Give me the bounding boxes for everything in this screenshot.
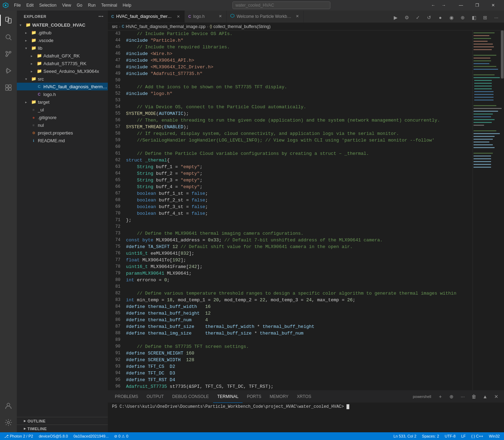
tree-seeed-folder[interactable]: ▸ 📁 Seeed_Arduino_MLX9064x xyxy=(17,67,108,75)
panel-split-icon[interactable]: ⊕ xyxy=(447,392,456,401)
activity-explorer[interactable] xyxy=(0,12,17,29)
panel-tab-problems[interactable]: PROBLEMS xyxy=(111,391,142,403)
panel-add-icon[interactable]: + xyxy=(435,392,445,401)
statusbar-ln-col[interactable]: Ln 533, Col 2 xyxy=(392,432,418,440)
more-icon[interactable]: ··· xyxy=(491,13,501,22)
panel-more-icon[interactable]: ··· xyxy=(458,392,468,401)
statusbar-device-id[interactable]: 0a10aced2021949... xyxy=(72,432,110,440)
panel-tab-memory[interactable]: MEMORY xyxy=(266,391,293,403)
line-content: // If required, display system, cloud co… xyxy=(126,130,472,137)
statusbar-platform[interactable]: Win32 xyxy=(488,432,501,440)
tree-lib-folder[interactable]: ▾ 📁 lib xyxy=(17,44,108,52)
breadcrumb-file[interactable]: HVAC_fault_diagnosis_thermal_image.cpp xyxy=(126,24,205,29)
refresh-icon[interactable]: ↺ xyxy=(424,13,434,22)
statusbar-branch[interactable]: ⎇ Photon 2 / P2 xyxy=(3,432,35,440)
breadcrumb-src[interactable]: src xyxy=(112,24,118,29)
close-button[interactable]: ✕ xyxy=(485,0,501,11)
statusbar-eol[interactable]: LF xyxy=(460,432,467,440)
flash-icon[interactable]: ● xyxy=(435,13,445,22)
minimize-button[interactable]: — xyxy=(453,0,469,11)
code-line-70: 70 boolean buff_4_st = false; xyxy=(108,210,472,217)
code-container: 43 // Include Particle Device OS APIs. 4… xyxy=(108,30,472,390)
panel-close-icon[interactable]: ✕ xyxy=(491,392,501,401)
outline-section: ▸ OUTLINE xyxy=(17,417,108,425)
editor-main[interactable]: 43 // Include Particle Device OS APIs. 4… xyxy=(108,30,472,390)
svg-rect-16 xyxy=(9,88,11,90)
folder-icon: 📁 xyxy=(36,68,42,74)
forward-button[interactable]: → xyxy=(439,0,449,11)
back-button[interactable]: ← xyxy=(428,0,438,11)
split-icon[interactable]: ⊞ xyxy=(480,13,490,22)
add-icon[interactable]: ⊕ xyxy=(458,13,468,22)
timeline-header[interactable]: ▸ TIMELINE xyxy=(17,425,108,432)
menu-help[interactable]: Help xyxy=(120,2,134,8)
tree-github-folder[interactable]: ▸ 📁 .github xyxy=(17,29,108,36)
tree-hvac-file[interactable]: C HVAC_fault_diagnosis_thermal_image.cpp xyxy=(17,83,108,90)
tab-hvac-close-icon[interactable]: ✕ xyxy=(175,14,181,19)
maximize-button[interactable]: ❐ xyxy=(469,0,485,11)
menu-run[interactable]: Run xyxy=(85,2,98,8)
settings-icon[interactable]: ⚙ xyxy=(402,13,412,22)
panel-kill-icon[interactable]: 🗑 xyxy=(469,392,479,401)
tree-adafruit-gfx-folder[interactable]: ▸ 📁 Adafruit_GFX_RK xyxy=(17,52,108,60)
menu-view[interactable]: View xyxy=(59,2,74,8)
code-line-51: 51 // Add the icons to be shown on the S… xyxy=(108,84,472,90)
statusbar-spaces[interactable]: Spaces: 2 xyxy=(421,432,441,440)
panel-tab-output[interactable]: OUTPUT xyxy=(142,391,168,403)
activity-search[interactable] xyxy=(0,29,17,46)
line-content: SYSTEM_MODE(AUTOMATIC); xyxy=(126,110,472,117)
sidebar-more-icon[interactable]: ··· xyxy=(98,13,104,20)
panel-tab-xrtos[interactable]: XRTOS xyxy=(293,391,315,403)
debug-icon[interactable]: ◉ xyxy=(447,13,456,22)
sidebar-header: EXPLORER ··· xyxy=(17,11,108,21)
tree-project-props-file[interactable]: ⚙ project.properties xyxy=(17,129,108,137)
tab-logo-close-icon[interactable]: ✕ xyxy=(217,14,223,19)
menu-terminal[interactable]: Terminal xyxy=(98,2,120,8)
line-number: 45 xyxy=(108,44,126,50)
tab-welcome-close-icon[interactable]: ✕ xyxy=(294,14,300,19)
breadcrumb-func[interactable]: collect_thermal_buffers(String) xyxy=(214,24,271,29)
tree-gitignore-file[interactable]: ⎈ .gitignore xyxy=(17,114,108,121)
line-content: #include <MLX9064X_I2C_Driver.h> xyxy=(126,64,472,70)
panel-tab-debug[interactable]: DEBUG CONSOLE xyxy=(168,391,213,403)
tree-src-folder[interactable]: ▾ 📁 src xyxy=(17,75,108,83)
activity-source-control[interactable] xyxy=(0,46,17,62)
tab-welcome[interactable]: Welcome to Particle Workbench ✕ xyxy=(227,11,304,22)
line-number: 90 xyxy=(108,343,126,350)
tree-target-folder[interactable]: ▸ 📁 target xyxy=(17,98,108,106)
activity-settings[interactable] xyxy=(0,414,17,431)
tree-logo-file[interactable]: C logo.h xyxy=(17,90,108,98)
tree-nul-file[interactable]: ≡ nul xyxy=(17,121,108,129)
minimap xyxy=(472,30,504,390)
search-input[interactable] xyxy=(232,1,330,9)
menu-file[interactable]: File xyxy=(11,2,23,8)
menu-go[interactable]: Go xyxy=(74,2,85,8)
line-number: 58 xyxy=(108,130,126,137)
statusbar-spaces-label: Spaces: 2 xyxy=(422,434,439,438)
tree-root-folder[interactable]: ▾ 📁 WATER_COOLED_HVAC xyxy=(17,21,108,29)
panel-tab-ports[interactable]: PORTS xyxy=(243,391,265,403)
statusbar-encoding[interactable]: UTF-8 xyxy=(443,432,457,440)
layout-icon[interactable]: ◧ xyxy=(469,13,479,22)
statusbar-errors[interactable]: ⊘ 0 ⚠ 0 xyxy=(113,432,130,440)
tree-vscode-folder[interactable]: ▸ 📁 .vscode xyxy=(17,36,108,44)
tree-readme-file[interactable]: ℹ README.md xyxy=(17,137,108,144)
tab-logo[interactable]: C logo.h ✕ xyxy=(185,11,227,22)
outline-header[interactable]: ▸ OUTLINE xyxy=(17,417,108,425)
code-line-80: 80 int errorno = 0; xyxy=(108,277,472,283)
run-icon[interactable]: ▶ xyxy=(391,13,400,22)
panel-tab-terminal[interactable]: TERMINAL xyxy=(213,391,243,403)
activity-extensions[interactable] xyxy=(0,79,17,96)
tab-hvac[interactable]: C HVAC_fault_diagnosis_thermal_image.cpp… xyxy=(108,11,185,22)
panel-maximize-icon[interactable]: ▲ xyxy=(480,392,490,401)
menu-selection[interactable]: Selection xyxy=(36,2,59,8)
menu-edit[interactable]: Edit xyxy=(23,2,36,8)
statusbar-device-os[interactable]: deviceOS@5.8.0 xyxy=(37,432,69,440)
terminal-content[interactable]: PS C:\Users\kutlu\OneDrive\Documents\Par… xyxy=(108,403,504,432)
tree-ul-file[interactable]: ≡ _ul xyxy=(17,106,108,114)
statusbar-language[interactable]: { } C++ xyxy=(470,432,485,440)
activity-run-debug[interactable] xyxy=(0,62,17,79)
activity-account[interactable] xyxy=(0,397,17,414)
check-icon[interactable]: ✓ xyxy=(413,13,423,22)
tree-adafruit-st7735-folder[interactable]: ▸ 📁 Adafruit_ST7735_RK xyxy=(17,60,108,67)
